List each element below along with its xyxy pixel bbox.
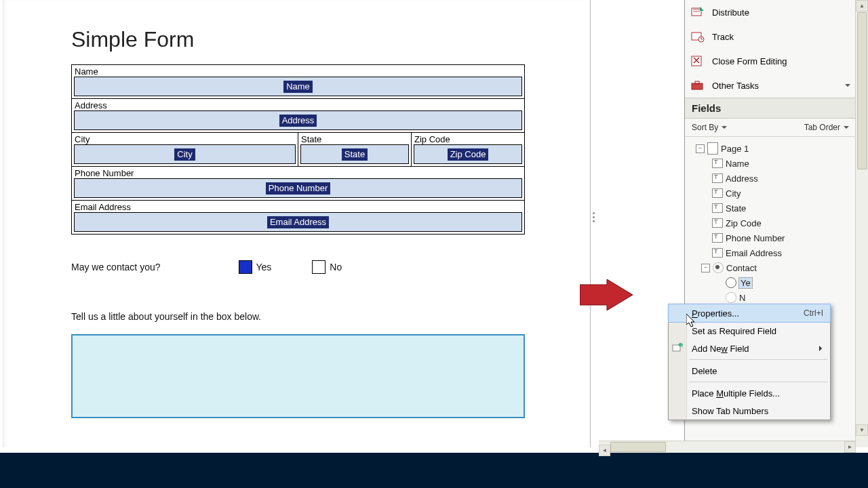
field-phone[interactable]: Phone Number bbox=[74, 178, 522, 198]
tree-contact-label: Contact bbox=[726, 263, 757, 273]
annotation-arrow-icon bbox=[580, 279, 634, 310]
radio-icon bbox=[726, 277, 736, 288]
ctx-add-new-field[interactable]: Add New Field bbox=[669, 340, 830, 357]
tree-item-label: Name bbox=[726, 159, 749, 169]
label-zip: Zip Code bbox=[412, 133, 524, 144]
ctx-place-multiple[interactable]: Place Multiple Fields... bbox=[669, 384, 830, 402]
scroll-up-button[interactable]: ▲ bbox=[856, 0, 868, 12]
ctx-show-tab-numbers-label: Show Tab Numbers bbox=[692, 406, 768, 416]
tree-item[interactable]: Email Address bbox=[688, 245, 853, 260]
field-address[interactable]: Address bbox=[74, 110, 522, 130]
field-city-tag: City bbox=[174, 148, 195, 161]
tool-close-editing-label: Close Form Editing bbox=[712, 56, 787, 66]
label-city: City bbox=[72, 133, 298, 144]
tree-item-label: Phone Number bbox=[726, 233, 785, 243]
label-phone: Phone Number bbox=[72, 167, 524, 178]
label-address: Address bbox=[72, 99, 524, 110]
ctx-add-new-field-label: Add New Field bbox=[692, 344, 749, 354]
tool-track-label: Track bbox=[712, 32, 734, 42]
text-field-icon bbox=[712, 218, 723, 228]
add-field-icon bbox=[672, 343, 683, 354]
tool-distribute[interactable]: Distribute bbox=[685, 0, 856, 24]
collapse-icon[interactable]: − bbox=[696, 144, 705, 153]
tree-contact-group[interactable]: − Contact bbox=[688, 260, 853, 275]
field-state-tag: State bbox=[342, 148, 368, 161]
label-state: State bbox=[298, 133, 411, 144]
narrative-box[interactable] bbox=[71, 334, 525, 418]
field-phone-tag: Phone Number bbox=[266, 182, 330, 195]
tool-other-tasks-label: Other Tasks bbox=[712, 81, 759, 91]
hscroll-thumb[interactable] bbox=[610, 442, 666, 452]
ctx-delete-label: Delete bbox=[692, 366, 717, 376]
field-address-tag: Address bbox=[279, 115, 317, 127]
tree-item-label: Zip Code bbox=[726, 218, 762, 228]
ctx-place-multiple-label: Place Multiple Fields... bbox=[692, 388, 780, 399]
tab-order-dropdown[interactable]: Tab Order bbox=[804, 123, 849, 132]
ctx-properties[interactable]: Properties... Ctrl+I bbox=[669, 304, 830, 322]
distribute-icon bbox=[690, 5, 705, 19]
contact-question-text: May we contact you? bbox=[71, 262, 161, 272]
tree-page[interactable]: − Page 1 bbox=[688, 141, 853, 156]
ctx-properties-label: Properties... bbox=[692, 308, 739, 319]
text-field-icon bbox=[712, 174, 723, 183]
tree-item[interactable]: Zip Code bbox=[688, 216, 853, 230]
svg-rect-7 bbox=[673, 345, 680, 351]
svg-marker-6 bbox=[580, 279, 633, 310]
radio-yes[interactable] bbox=[239, 260, 252, 274]
label-name: Name bbox=[72, 65, 524, 77]
narrative-prompt: Tell us a little about yourself in the b… bbox=[71, 311, 526, 322]
ctx-delete[interactable]: Delete bbox=[669, 362, 830, 380]
radio-no[interactable] bbox=[312, 260, 326, 274]
scroll-left-button[interactable]: ◄ bbox=[599, 445, 610, 456]
context-menu: Properties... Ctrl+I Set as Required Fie… bbox=[668, 304, 831, 420]
field-name-tag: Name bbox=[283, 81, 313, 93]
tree-radio-no[interactable]: N bbox=[688, 290, 853, 305]
radio-icon bbox=[726, 292, 736, 303]
collapse-icon[interactable]: − bbox=[701, 264, 710, 272]
tree-radio-no-label: N bbox=[739, 293, 745, 303]
tree-radio-yes[interactable]: Ye bbox=[688, 275, 853, 290]
field-email[interactable]: Email Address bbox=[74, 212, 522, 232]
field-city[interactable]: City bbox=[74, 144, 296, 164]
tree-item-label: Email Address bbox=[726, 248, 782, 258]
tree-item-label: City bbox=[726, 188, 741, 199]
scroll-thumb[interactable] bbox=[857, 12, 867, 169]
sort-by-dropdown[interactable]: Sort By bbox=[692, 123, 727, 132]
ctx-set-required[interactable]: Set as Required Field bbox=[669, 322, 830, 340]
form-container: Name Name Address Address City City Stat… bbox=[71, 64, 525, 235]
page-title: Simple Form bbox=[71, 27, 526, 52]
splitter-handle[interactable] bbox=[591, 210, 596, 237]
tree-item[interactable]: Phone Number bbox=[688, 230, 853, 245]
contact-question-row: May we contact you? Yes No bbox=[71, 260, 526, 274]
text-field-icon bbox=[712, 203, 723, 213]
page-icon bbox=[707, 142, 718, 155]
fields-tree: − Page 1 Name Address City State Zip Cod… bbox=[685, 137, 856, 324]
tree-item[interactable]: Address bbox=[688, 171, 853, 186]
close-form-icon bbox=[690, 54, 705, 68]
ctx-properties-shortcut: Ctrl+I bbox=[804, 308, 823, 318]
ctx-set-required-label: Set as Required Field bbox=[692, 326, 776, 336]
tool-track[interactable]: Track bbox=[685, 24, 856, 49]
field-name[interactable]: Name bbox=[74, 77, 522, 96]
tool-distribute-label: Distribute bbox=[712, 7, 749, 18]
field-email-tag: Email Address bbox=[267, 216, 329, 228]
field-state[interactable]: State bbox=[300, 144, 409, 164]
field-zip-tag: Zip Code bbox=[448, 148, 489, 161]
tree-item[interactable]: State bbox=[688, 201, 853, 216]
scroll-right-button[interactable]: ► bbox=[844, 441, 856, 453]
tree-item[interactable]: Name bbox=[688, 156, 853, 171]
tree-radio-yes-label: Ye bbox=[739, 278, 752, 288]
field-zip[interactable]: Zip Code bbox=[414, 144, 522, 164]
text-field-icon bbox=[712, 159, 723, 168]
panel-hscroll[interactable]: ◄► bbox=[599, 441, 856, 453]
tool-other-tasks[interactable]: Other Tasks bbox=[685, 73, 856, 98]
tree-item-label: Address bbox=[726, 174, 758, 184]
scroll-down-button[interactable]: ▼ bbox=[856, 424, 868, 436]
radio-group-icon bbox=[713, 262, 724, 273]
text-field-icon bbox=[712, 188, 723, 198]
tool-close-editing[interactable]: Close Form Editing bbox=[685, 49, 856, 73]
tree-item[interactable]: City bbox=[688, 186, 853, 201]
panel-vscroll[interactable]: ▲ ▼ bbox=[855, 0, 868, 447]
ctx-show-tab-numbers[interactable]: Show Tab Numbers bbox=[669, 402, 830, 420]
text-field-icon bbox=[712, 233, 723, 243]
